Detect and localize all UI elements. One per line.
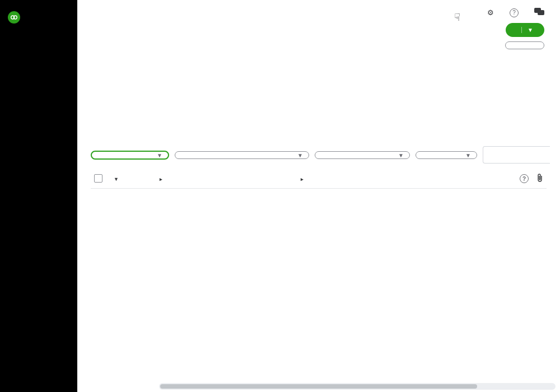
chevron-down-icon: ▼	[157, 152, 162, 158]
add-receipt-button[interactable]	[505, 41, 544, 49]
main: ⚙ ? ☟ ▼	[77, 0, 560, 392]
col-header-transaction[interactable]: ▸	[158, 175, 248, 182]
table-header: ▼ ▸ ▸ ?	[91, 169, 547, 189]
sort-icon: ▸	[160, 176, 162, 182]
add-transaction-button[interactable]: ▼	[506, 23, 544, 37]
sidebar-item-invoices[interactable]	[0, 90, 77, 101]
sidebar-item-transactions[interactable]	[0, 45, 77, 56]
content: ▼	[77, 21, 560, 392]
search-input[interactable]	[483, 146, 550, 164]
horizontal-scrollbar[interactable]	[159, 383, 556, 390]
chevron-down-icon: ▼	[465, 152, 471, 158]
sort-desc-icon: ▼	[114, 176, 119, 182]
sidebar-item-reports[interactable]	[0, 78, 77, 90]
settings-button[interactable]: ⚙	[487, 8, 497, 17]
topbar: ⚙ ?	[77, 0, 560, 21]
status-filter[interactable]: ▼	[91, 151, 169, 160]
select-all-checkbox[interactable]	[94, 174, 102, 183]
chevron-down-icon: ▼	[398, 152, 404, 158]
sidebar-item-miles[interactable]	[0, 56, 77, 67]
brand	[0, 4, 77, 34]
assistant-button[interactable]	[534, 8, 548, 17]
brand-logo-icon	[8, 11, 20, 24]
chevron-down-icon: ▼	[297, 152, 303, 158]
svg-rect-3	[538, 10, 544, 15]
profit-chart	[144, 54, 329, 128]
chevron-down-icon[interactable]: ▼	[521, 27, 535, 33]
sidebar	[0, 0, 77, 392]
sidebar-item-taxes[interactable]	[0, 67, 77, 78]
paperclip-icon[interactable]	[536, 174, 543, 184]
tax-year-filter[interactable]: ▼	[315, 151, 410, 159]
help-button[interactable]: ?	[510, 8, 522, 17]
sidebar-item-home[interactable]	[0, 34, 77, 45]
sort-icon: ▸	[301, 176, 304, 182]
filter-bar: ▼ ▼ ▼ ▼	[87, 145, 550, 169]
help-icon[interactable]: ?	[520, 174, 529, 183]
scrollbar-thumb[interactable]	[160, 384, 477, 389]
timestamp-note	[87, 128, 550, 145]
account-filter[interactable]: ▼	[175, 151, 309, 159]
col-header-date[interactable]: ▼	[112, 175, 158, 182]
chat-icon	[534, 8, 544, 17]
gear-icon: ⚙	[487, 8, 494, 17]
tags-filter[interactable]: ▼	[416, 151, 477, 159]
col-header-amount[interactable]: ▸	[248, 175, 304, 182]
summary-row	[87, 54, 550, 128]
transactions-table: ▼ ▸ ▸ ?	[91, 169, 547, 189]
footer-message	[87, 189, 550, 198]
help-icon: ?	[510, 8, 519, 17]
